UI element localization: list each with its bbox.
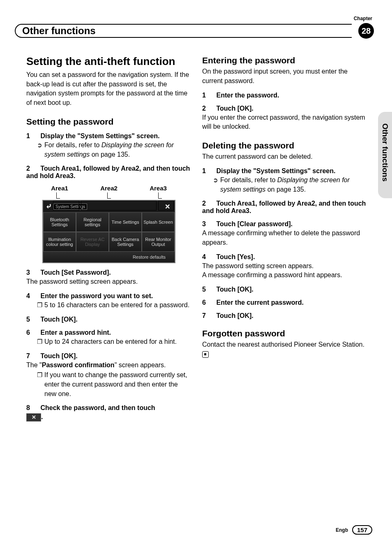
step-5: 5 Touch [OK]. <box>202 286 367 293</box>
note-icon: ❐ <box>37 301 44 310</box>
step-5: 5 Touch [OK]. <box>26 316 191 323</box>
step-text: Touch [OK]. <box>40 352 77 359</box>
step-number: 5 <box>202 286 214 293</box>
step-number: 6 <box>26 329 39 336</box>
screenshot-grid: Bluetooth Settings Regional settings Tim… <box>43 212 175 252</box>
note-icon: ❐ <box>37 371 44 398</box>
intro-paragraph: You can set a password for the navigatio… <box>26 70 191 108</box>
screenshot-cell[interactable]: Back Camera Settings <box>109 232 142 252</box>
step-6: 6 Enter a password hint. <box>26 329 191 336</box>
step-text: Enter the password. <box>216 92 279 99</box>
step-text: Check the password, and then touch <box>40 404 155 411</box>
area1-label: Area1 <box>43 185 76 192</box>
footer-lang: Engb <box>336 527 348 533</box>
note-bullet: ❐ 5 to 16 characters can be entered for … <box>26 301 191 310</box>
section-header-bar: Other functions <box>15 24 352 38</box>
heading-forgotten-password: Forgotten password <box>202 329 367 338</box>
area3-label: Area3 <box>142 185 175 192</box>
heading-anti-theft: Setting the anti-theft function <box>26 56 191 68</box>
screenshot-cell[interactable]: Rear Monitor Output <box>142 232 175 252</box>
chapter-number-badge: 28 <box>358 23 374 39</box>
step-text: Touch Area1, followed by Area2, and then… <box>26 165 190 179</box>
note-bullet: ❐ Up to 24 characters can be entered for… <box>26 337 191 347</box>
step-4: 4 Touch [Yes]. <box>202 253 367 261</box>
step-follow: The password setting screen appears. <box>26 277 191 287</box>
step-3: 3 Touch [Clear password]. <box>202 220 367 228</box>
step-3: 3 Touch [Set Password]. <box>26 269 191 276</box>
heading-setting-password: Setting the password <box>26 117 191 127</box>
screenshot-cell[interactable]: Regional settings <box>76 212 109 232</box>
screenshot-title: System Settings <box>53 204 87 210</box>
step-number: 6 <box>202 299 214 306</box>
note-text: If you want to change the password curre… <box>44 371 191 398</box>
step-text: Enter a password hint. <box>40 329 111 336</box>
end-section-icon <box>202 351 209 358</box>
note-icon: ❐ <box>37 337 44 347</box>
paragraph: On the password input screen, you must e… <box>202 67 367 86</box>
paragraph: The current password can be deleted. <box>202 152 367 162</box>
step-7: 7 Touch [OK]. <box>26 352 191 360</box>
step-8: 8 Check the password, and then touch <box>26 404 191 412</box>
step-text: Display the "System Settings" screen. <box>40 132 159 139</box>
step-number: 1 <box>202 167 214 175</box>
step-text: Display the "System Settings" screen. <box>216 167 335 174</box>
step-4: 4 Enter the password you want to set. <box>26 292 191 300</box>
note-text: 5 to 16 characters can be entered for a … <box>44 301 189 310</box>
step-text: Touch [OK]. <box>40 316 77 323</box>
xref-bullet: ➲ For details, refer to Displaying the s… <box>26 141 191 159</box>
step-number: 1 <box>26 132 39 140</box>
step-number: 3 <box>26 269 39 276</box>
step-text: Touch [Set Password]. <box>40 269 111 276</box>
section-title: Other functions <box>22 25 96 37</box>
back-icon[interactable]: ⤶ <box>46 202 52 211</box>
chapter-label: Chapter <box>354 16 372 21</box>
paragraph: Contact the nearest authorised Pioneer S… <box>202 340 367 359</box>
step-1: 1 Display the "System Settings" screen. <box>202 167 367 175</box>
left-column: Setting the anti-theft function You can … <box>26 56 191 423</box>
screenshot-cell[interactable]: Bluetooth Settings <box>43 212 76 232</box>
step-number: 1 <box>202 92 214 99</box>
step-follow: A message confirming whether to delete t… <box>202 229 367 247</box>
step-text: Touch [OK]. <box>216 286 253 293</box>
step-follow: The password setting screen appears. A m… <box>202 262 367 280</box>
area2-label: Area2 <box>92 185 125 192</box>
area-callout-lines <box>43 192 175 200</box>
xref-text: For details, refer to Displaying the scr… <box>44 141 191 159</box>
heading-entering-password: Entering the password <box>202 56 367 65</box>
page: Chapter 28 Other functions Other functio… <box>0 0 392 556</box>
step-follow: If you enter the correct password, the n… <box>202 113 367 132</box>
step-number: 7 <box>202 312 214 320</box>
step-number: 3 <box>202 220 214 228</box>
side-tab-label: Other functions <box>380 123 390 181</box>
screenshot-cell[interactable]: Splash Screen <box>142 212 175 232</box>
xref-bullet: ➲ For details, refer to Displaying the s… <box>202 176 367 194</box>
step-text: Touch [OK]. <box>216 105 253 112</box>
step-number: 4 <box>202 253 214 261</box>
content-columns: Setting the anti-theft function You can … <box>26 56 367 423</box>
page-number: 157 <box>352 525 372 535</box>
step-number: 7 <box>26 352 39 360</box>
step-number: 8 <box>26 404 39 412</box>
step-text: Enter the current password. <box>216 299 304 306</box>
step-text: Touch [OK]. <box>216 312 253 319</box>
screenshot-footer[interactable]: Restore defaults <box>43 252 175 262</box>
step-2: 2 Touch [OK]. <box>202 105 367 112</box>
step-text: Touch [Yes]. <box>216 253 255 260</box>
xref-text: For details, refer to Displaying the scr… <box>220 176 367 194</box>
step-number: 2 <box>202 105 214 112</box>
screenshot-cell[interactable]: Illumination colour setting <box>43 232 76 252</box>
close-icon[interactable]: ✕ <box>162 203 172 211</box>
note-text: Up to 24 characters can be entered for a… <box>44 337 177 347</box>
step-1: 1 Display the "System Settings" screen. <box>26 132 191 140</box>
note-bullet: ❐ If you want to change the password cur… <box>26 371 191 398</box>
close-x-button[interactable]: ✕ <box>26 413 41 422</box>
screenshot-cell[interactable]: Time Settings <box>109 212 142 232</box>
screenshot-titlebar: ⤶ System Settings ✕ <box>43 201 175 212</box>
step-text: Touch [Clear password]. <box>216 220 293 227</box>
screenshot-cell-disabled: Reverse AC Display <box>76 232 109 252</box>
step-1: 1 Enter the password. <box>202 92 367 99</box>
right-column: Entering the password On the password in… <box>202 56 367 423</box>
step-number: 4 <box>26 292 39 300</box>
step-number: 2 <box>26 165 39 172</box>
step-follow: The "Password confirmation" screen appea… <box>26 361 191 370</box>
